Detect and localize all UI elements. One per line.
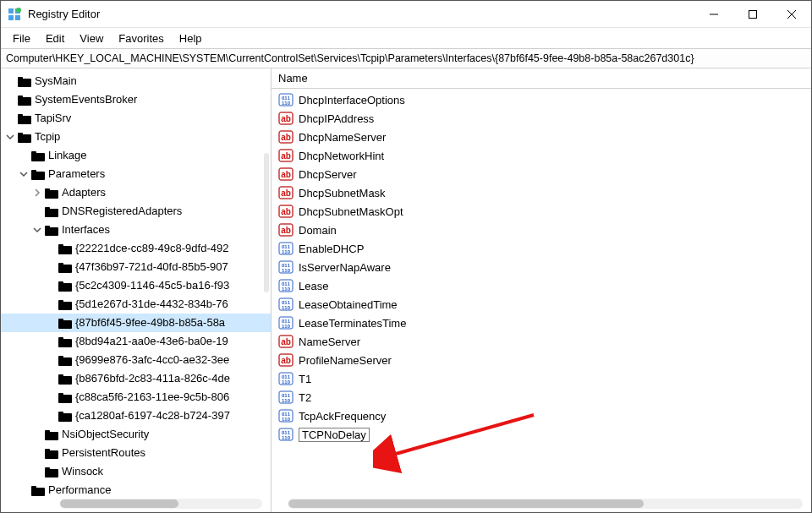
tree-item[interactable]: SystemEventsBroker bbox=[1, 90, 271, 109]
tree-item[interactable]: {ca1280af-6197-4c28-b724-397 bbox=[1, 407, 271, 425]
tree-pane[interactable]: SysMainSystemEventsBrokerTapiSrvTcpipLin… bbox=[1, 68, 272, 512]
value-row[interactable]: Domain bbox=[272, 221, 811, 239]
tree-item-label: Linkage bbox=[48, 146, 87, 165]
tree-item[interactable]: SysMain bbox=[1, 72, 271, 90]
value-name: DhcpNameServer bbox=[299, 131, 386, 144]
value-row[interactable]: DhcpSubnetMask bbox=[272, 183, 811, 202]
titlebar: Registry Editor bbox=[1, 1, 811, 28]
value-row[interactable]: T1 bbox=[272, 369, 811, 388]
value-row[interactable]: T2 bbox=[272, 388, 811, 407]
value-row[interactable]: LeaseTerminatesTime bbox=[272, 314, 811, 332]
folder-icon bbox=[45, 224, 58, 236]
value-row[interactable]: DhcpServer bbox=[272, 165, 811, 183]
menu-help[interactable]: Help bbox=[173, 30, 209, 46]
tree-item[interactable]: Interfaces bbox=[1, 221, 271, 239]
values-horizontal-scrollbar[interactable] bbox=[288, 499, 803, 509]
chevron-down-icon[interactable] bbox=[18, 168, 30, 180]
tree-item-label: {22221dce-cc89-49c8-9dfd-492 bbox=[75, 239, 228, 258]
tree-item[interactable]: {47f36b97-721d-40fd-85b5-907 bbox=[1, 258, 271, 276]
folder-icon bbox=[58, 354, 72, 366]
twisty-spacer bbox=[45, 336, 57, 347]
reg-string-icon bbox=[278, 186, 294, 199]
maximize-button[interactable] bbox=[733, 1, 772, 27]
tree-item[interactable]: {c88ca5f6-2163-11ee-9c5b-806 bbox=[1, 388, 271, 407]
tree-item-label: Tcpip bbox=[35, 128, 60, 146]
value-row[interactable]: DhcpNameServer bbox=[272, 128, 811, 146]
minimize-button[interactable] bbox=[694, 1, 733, 27]
tree-item[interactable]: Winsock bbox=[1, 462, 271, 481]
tree-item-label: {ca1280af-6197-4c28-b724-397 bbox=[75, 407, 230, 425]
value-row[interactable]: DhcpInterfaceOptions bbox=[272, 90, 811, 109]
value-row[interactable]: ProfileNameServer bbox=[272, 351, 811, 369]
value-name: EnableDHCP bbox=[299, 243, 364, 255]
address-bar[interactable]: Computer\HKEY_LOCAL_MACHINE\SYSTEM\Curre… bbox=[1, 48, 811, 68]
menu-edit[interactable]: Edit bbox=[39, 30, 71, 46]
menu-view[interactable]: View bbox=[73, 30, 110, 46]
tree-scroll-thumb[interactable] bbox=[60, 499, 178, 508]
twisty-spacer bbox=[45, 317, 57, 329]
tree-item[interactable]: Tcpip bbox=[1, 128, 271, 146]
tree-item[interactable]: Parameters bbox=[1, 165, 271, 183]
reg-string-icon bbox=[278, 205, 294, 218]
reg-binary-icon bbox=[278, 93, 294, 106]
value-row[interactable]: TcpAckFrequency bbox=[272, 407, 811, 425]
menu-file[interactable]: File bbox=[6, 30, 37, 46]
tree-vertical-scroll-hint[interactable] bbox=[264, 153, 269, 292]
tree-horizontal-scrollbar[interactable] bbox=[60, 499, 262, 509]
content-body: SysMainSystemEventsBrokerTapiSrvTcpipLin… bbox=[1, 68, 811, 512]
value-row[interactable]: NameServer bbox=[272, 332, 811, 351]
folder-icon bbox=[31, 484, 45, 496]
column-header-name[interactable]: Name bbox=[272, 68, 811, 89]
folder-icon bbox=[58, 261, 72, 273]
twisty-spacer bbox=[45, 391, 57, 403]
value-name: ProfileNameServer bbox=[299, 354, 392, 367]
close-button[interactable] bbox=[772, 1, 811, 27]
value-name-edit[interactable]: TCPNoDelay bbox=[299, 428, 370, 442]
value-row[interactable]: DhcpIPAddress bbox=[272, 109, 811, 128]
chevron-down-icon[interactable] bbox=[4, 131, 16, 143]
reg-string-icon bbox=[278, 335, 294, 348]
folder-icon bbox=[58, 336, 72, 347]
tree-item[interactable]: {9699e876-3afc-4cc0-ae32-3ee bbox=[1, 351, 271, 369]
tree-item[interactable]: DNSRegisteredAdapters bbox=[1, 202, 271, 221]
svg-rect-14 bbox=[749, 10, 757, 18]
tree-item[interactable]: {22221dce-cc89-49c8-9dfd-492 bbox=[1, 239, 271, 258]
tree-item[interactable]: Linkage bbox=[1, 146, 271, 165]
folder-icon bbox=[18, 112, 31, 124]
tree-item[interactable]: Performance bbox=[1, 481, 271, 499]
tree-item[interactable]: NsiObjectSecurity bbox=[1, 425, 271, 444]
reg-binary-icon bbox=[278, 297, 294, 311]
tree-item-label: Parameters bbox=[48, 165, 105, 183]
value-row[interactable]: DhcpNetworkHint bbox=[272, 146, 811, 165]
value-name: NameServer bbox=[299, 336, 360, 348]
tree-item[interactable]: {b8676bfd-2c83-411a-826c-4de bbox=[1, 369, 271, 388]
chevron-down-icon[interactable] bbox=[31, 224, 43, 236]
reg-binary-icon bbox=[278, 242, 294, 255]
values-pane[interactable]: Name DhcpInterfaceOptionsDhcpIPAddressDh… bbox=[272, 68, 811, 512]
tree-item[interactable]: TapiSrv bbox=[1, 109, 271, 128]
values-scroll-thumb[interactable] bbox=[288, 499, 644, 508]
tree-item-label: {87bf6f45-9fee-49b8-b85a-58a bbox=[75, 314, 225, 332]
value-row[interactable]: Lease bbox=[272, 276, 811, 295]
tree-item[interactable]: {5d1e267d-31de-4432-834b-76 bbox=[1, 295, 271, 314]
value-row[interactable]: EnableDHCP bbox=[272, 239, 811, 258]
value-list: DhcpInterfaceOptionsDhcpIPAddressDhcpNam… bbox=[272, 89, 811, 444]
app-icon bbox=[8, 8, 21, 21]
tree-item[interactable]: {87bf6f45-9fee-49b8-b85a-58a bbox=[1, 314, 271, 332]
tree-item[interactable]: Adapters bbox=[1, 183, 271, 202]
chevron-right-icon[interactable] bbox=[31, 187, 43, 199]
value-row[interactable]: TCPNoDelay bbox=[272, 425, 811, 444]
value-row[interactable]: LeaseObtainedTime bbox=[272, 295, 811, 314]
tree-item[interactable]: {8bd94a21-aa0e-43e6-ba0e-19 bbox=[1, 332, 271, 351]
twisty-spacer bbox=[45, 373, 57, 385]
folder-icon bbox=[58, 298, 72, 310]
tree-item[interactable]: PersistentRoutes bbox=[1, 444, 271, 462]
value-row[interactable]: IsServerNapAware bbox=[272, 258, 811, 276]
menu-favorites[interactable]: Favorites bbox=[112, 30, 170, 46]
tree-item[interactable]: {5c2c4309-1146-45c5-ba16-f93 bbox=[1, 276, 271, 295]
window-controls bbox=[694, 1, 811, 27]
value-row[interactable]: DhcpSubnetMaskOpt bbox=[272, 202, 811, 221]
twisty-spacer bbox=[18, 150, 30, 161]
folder-icon bbox=[45, 466, 58, 478]
value-name: IsServerNapAware bbox=[299, 261, 391, 274]
